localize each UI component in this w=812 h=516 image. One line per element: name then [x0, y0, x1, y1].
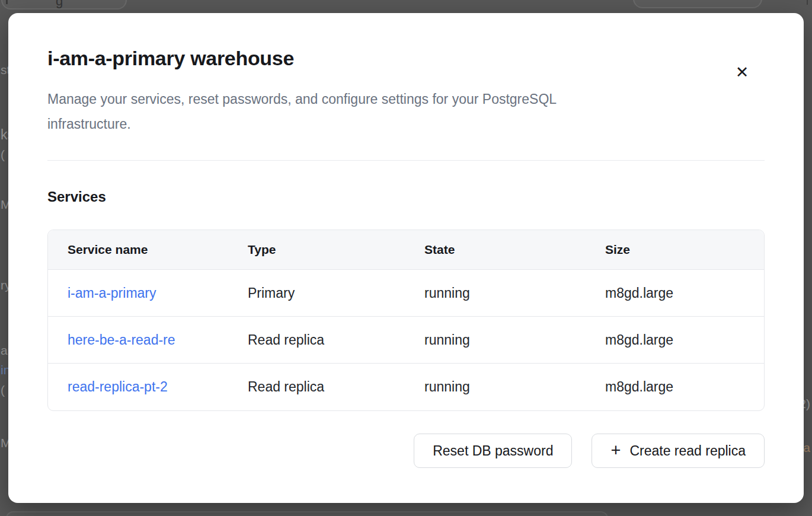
table-row: i-am-a-primary Primary running m8gd.larg… [48, 270, 764, 317]
dialog-footer: Reset DB password + Create read replica [47, 434, 765, 468]
background-card-edge [6, 511, 608, 516]
service-state-cell: running [405, 317, 586, 364]
column-header-service-name: Service name [48, 230, 228, 270]
background-button-glyph: g [56, 0, 63, 8]
service-type-cell: Read replica [228, 364, 405, 410]
plus-icon: + [610, 442, 621, 459]
service-size-cell: m8gd.large [586, 270, 764, 317]
service-state-cell: running [405, 270, 586, 317]
table-row: read-replica-pt-2 Read replica running m… [48, 364, 764, 410]
background-partial-glyph [6, 0, 8, 4]
background-button [1, 0, 127, 9]
dialog-title: i-am-a-primary warehouse [47, 45, 765, 71]
table-row: here-be-a-read-re Read replica running m… [48, 317, 764, 364]
background-text-fragment: ( [1, 383, 5, 397]
service-link[interactable]: read-replica-pt-2 [68, 379, 168, 394]
service-link[interactable]: i-am-a-primary [68, 285, 156, 301]
close-button[interactable]: ✕ [731, 62, 753, 83]
divider [47, 160, 765, 161]
services-table: Service name Type State Size i-am-a-prim… [47, 230, 765, 411]
reset-db-password-button[interactable]: Reset DB password [414, 434, 572, 468]
reset-db-password-label: Reset DB password [433, 443, 553, 459]
table-header-row: Service name Type State Size [48, 230, 764, 270]
column-header-size: Size [586, 230, 764, 270]
service-state-cell: running [405, 364, 586, 410]
service-size-cell: m8gd.large [586, 317, 764, 364]
create-read-replica-button[interactable]: + Create read replica [592, 434, 765, 468]
close-icon: ✕ [736, 65, 749, 81]
service-type-cell: Read replica [228, 317, 405, 364]
service-size-cell: m8gd.large [586, 364, 764, 410]
column-header-type: Type [228, 230, 405, 270]
create-read-replica-label: Create read replica [629, 443, 746, 459]
services-section-heading: Services [47, 188, 765, 206]
service-link[interactable]: here-be-a-read-re [68, 332, 175, 348]
background-button [633, 0, 762, 8]
column-header-state: State [405, 230, 586, 270]
background-text-fragment: ( [1, 147, 5, 162]
dialog-description: Manage your services, reset passwords, a… [47, 87, 765, 136]
service-type-cell: Primary [228, 270, 405, 317]
dialog-description-line: Manage your services, reset passwords, a… [47, 87, 765, 112]
dialog-description-line: infrastructure. [47, 112, 765, 136]
background-partial-glyph [807, 0, 808, 5]
service-management-dialog: ✕ i-am-a-primary warehouse Manage your s… [8, 13, 804, 503]
